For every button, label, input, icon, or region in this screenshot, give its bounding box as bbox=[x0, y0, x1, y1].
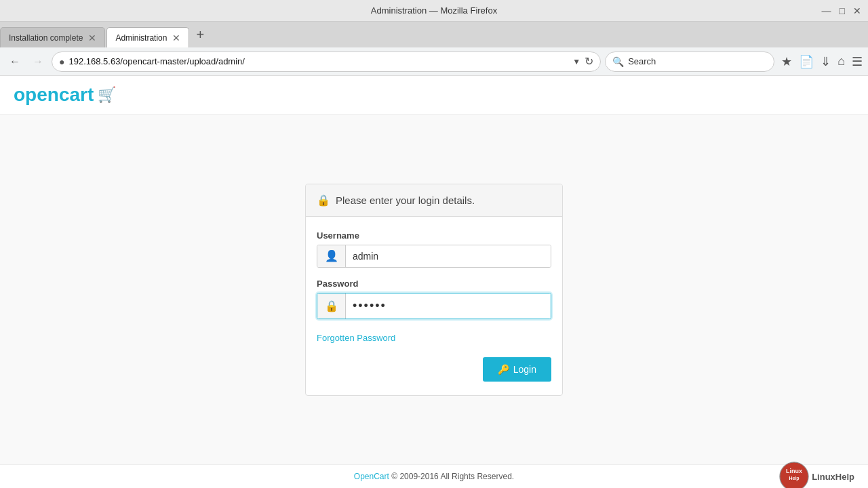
linuxhelp-circle-icon: Linux Help bbox=[779, 462, 809, 488]
svg-point-0 bbox=[780, 462, 808, 488]
window-controls: — □ ✕ bbox=[822, 5, 861, 16]
reload-button[interactable]: ↻ bbox=[585, 55, 593, 68]
tab-close-icon[interactable]: ✕ bbox=[172, 33, 180, 43]
back-button[interactable]: ← bbox=[5, 52, 24, 71]
username-input-group: 👤 bbox=[317, 245, 551, 268]
lock-icon: 🔒 bbox=[317, 194, 330, 207]
tab-label: Administration bbox=[115, 33, 167, 43]
close-button[interactable]: ✕ bbox=[853, 5, 861, 16]
login-footer: 🔑 Login bbox=[317, 357, 551, 382]
login-card-header: 🔒 Please enter your login details. bbox=[306, 184, 562, 217]
tab-label: Installation complete bbox=[9, 33, 83, 43]
login-header-text: Please enter your login details. bbox=[336, 195, 475, 206]
browser-titlebar: Administration — Mozilla Firefox — □ ✕ bbox=[0, 0, 868, 22]
lock-field-icon: 🔒 bbox=[317, 293, 346, 319]
dropdown-arrow-icon[interactable]: ▼ bbox=[572, 57, 580, 66]
linuxhelp-logo: Linux Help LinuxHelp bbox=[779, 462, 854, 488]
cart-icon: 🛒 bbox=[98, 86, 116, 104]
svg-text:Linux: Linux bbox=[786, 468, 802, 474]
maximize-button[interactable]: □ bbox=[840, 5, 845, 16]
download-icon[interactable]: ⇓ bbox=[821, 54, 831, 69]
new-tab-button[interactable]: + bbox=[191, 27, 210, 43]
site-footer: OpenCart © 2009-2016 All Rights Reserved… bbox=[0, 464, 868, 488]
password-group: Password 🔒 bbox=[317, 279, 551, 319]
site-header: opencart 🛒 bbox=[0, 76, 868, 115]
minimize-button[interactable]: — bbox=[822, 5, 831, 16]
browser-title: Administration — Mozilla Firefox bbox=[371, 5, 497, 16]
bookmark-icon[interactable]: ★ bbox=[781, 54, 792, 69]
toolbar-icons: ★ 📄 ⇓ ⌂ ☰ bbox=[781, 54, 863, 69]
login-card: 🔒 Please enter your login details. Usern… bbox=[305, 184, 563, 396]
password-input-group: 🔒 bbox=[317, 293, 551, 319]
password-label: Password bbox=[317, 279, 551, 289]
search-icon: 🔍 bbox=[612, 56, 624, 67]
svg-text:Help: Help bbox=[789, 476, 800, 481]
tab-installation-complete[interactable]: Installation complete ✕ bbox=[0, 27, 105, 47]
forward-button[interactable]: → bbox=[28, 52, 47, 71]
home-bookmark-icon[interactable]: 📄 bbox=[799, 54, 814, 69]
search-box[interactable]: 🔍 Search bbox=[605, 52, 774, 72]
login-button-icon: 🔑 bbox=[498, 364, 509, 375]
main-area: 🔒 Please enter your login details. Usern… bbox=[0, 115, 868, 464]
url-text: 192.168.5.63/opencart-master/upload/admi… bbox=[68, 56, 568, 66]
forgotten-password-link[interactable]: Forgotten Password bbox=[317, 333, 395, 343]
footer-copyright: © 2009-2016 All Rights Reserved. bbox=[391, 472, 514, 481]
username-group: Username 👤 bbox=[317, 230, 551, 268]
user-icon: 👤 bbox=[317, 245, 346, 267]
page-content: opencart 🛒 🔒 Please enter your login det… bbox=[0, 76, 868, 488]
tab-bar: Installation complete ✕ Administration ✕… bbox=[0, 22, 868, 47]
login-card-body: Username 👤 Password 🔒 Forgotten Passwor bbox=[306, 217, 562, 395]
url-box[interactable]: ● 192.168.5.63/opencart-master/upload/ad… bbox=[52, 52, 601, 72]
address-bar: ← → ● 192.168.5.63/opencart-master/uploa… bbox=[0, 47, 868, 76]
username-label: Username bbox=[317, 230, 551, 241]
menu-icon[interactable]: ☰ bbox=[852, 54, 863, 69]
linuxhelp-text: LinuxHelp bbox=[812, 472, 854, 482]
login-button-label: Login bbox=[513, 364, 536, 375]
globe-icon: ● bbox=[59, 56, 64, 67]
tab-administration[interactable]: Administration ✕ bbox=[106, 27, 189, 47]
password-input[interactable] bbox=[346, 293, 551, 319]
tab-close-icon[interactable]: ✕ bbox=[88, 33, 96, 43]
search-text: Search bbox=[628, 56, 656, 66]
username-input[interactable] bbox=[346, 245, 551, 267]
opencart-footer-link[interactable]: OpenCart bbox=[354, 472, 389, 481]
opencart-logo: opencart 🛒 bbox=[14, 84, 854, 106]
login-button[interactable]: 🔑 Login bbox=[483, 357, 551, 382]
logo-text: opencart bbox=[14, 84, 94, 106]
home-icon[interactable]: ⌂ bbox=[837, 54, 845, 68]
